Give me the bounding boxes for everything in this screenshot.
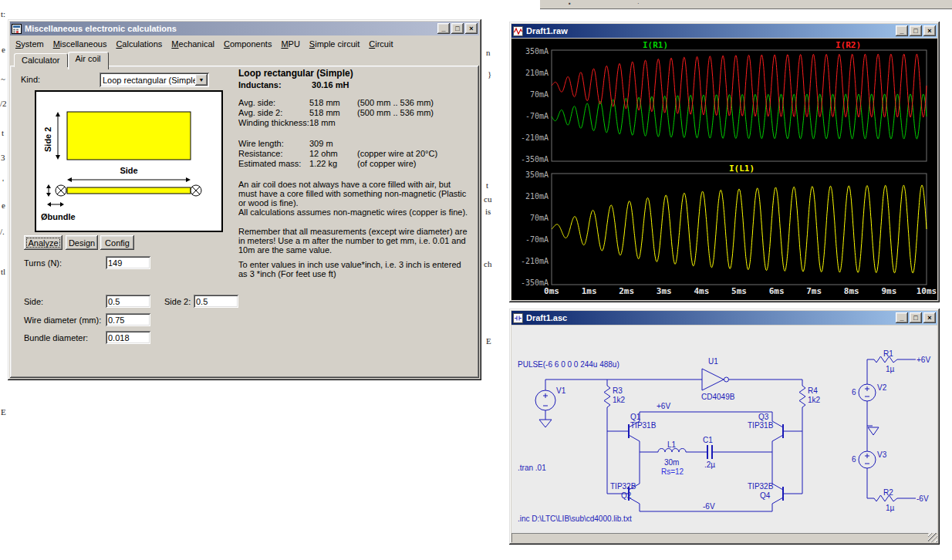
menu-item-calculations[interactable]: Calculations [111,39,167,49]
side2-label: Side 2: [164,297,191,306]
turns-input[interactable] [106,256,150,269]
waveform-trace[interactable] [552,185,927,273]
maximize-button[interactable]: □ [910,25,922,36]
side-input[interactable] [106,295,150,308]
config-button[interactable]: Config [100,235,134,250]
menu-bar: SystemMiscellaneousCalculationsMechanica… [11,37,478,50]
horizontal-scrollbar[interactable] [511,533,937,542]
result-value: 18 mm [309,118,357,128]
background-text-fragment: E [1,407,6,417]
schematic-canvas[interactable]: PULSE(-6 6 0 0 0 244u 488u)V1R31k2U1CD40… [511,326,937,533]
schematic-label: V1 [556,386,566,395]
waveform-plot-area[interactable]: 350mA210mA70mA-70mA-210mA-350mAI(R1)I(R2… [511,39,937,300]
side2-input[interactable] [194,295,238,308]
result-value: 12 ohm [309,149,357,159]
trace-label[interactable]: I(L1) [729,164,755,174]
waveform-titlebar[interactable]: Draft1.raw _ □ × [511,24,937,38]
menu-item-mechanical[interactable]: Mechanical [167,39,219,49]
waveform-window-icon [513,26,523,36]
background-text-fragment: is [485,207,491,216]
background-text-fragment: ' [2,177,4,187]
minimize-button[interactable]: _ [896,25,908,36]
schematic-titlebar[interactable]: Draft1.asc _ □ × [511,311,937,325]
result-value: 309 m [309,139,357,149]
bundle-diameter-input[interactable] [106,331,150,344]
result-label: Resistance: [238,149,309,159]
kind-dropdown[interactable]: Loop rectangular (Simple) ▼ [100,73,209,87]
schematic-label: U1 [708,357,718,366]
background-text-fragment: n [486,48,491,57]
menu-item-components[interactable]: Components [219,39,276,49]
x-tick-label: 6ms [769,286,785,296]
menu-item-system[interactable]: System [11,39,49,49]
maximize-button[interactable]: □ [451,23,464,34]
wire-diameter-input[interactable] [106,313,150,326]
close-button[interactable]: × [923,312,936,323]
y-tick-label: -210mA [521,133,549,142]
trace-label[interactable]: I(R1) [643,40,668,50]
calc-window: Miscellaneous electronic calculations _ … [8,19,481,380]
trace-label[interactable]: I(R2) [836,40,861,50]
plot-pane-border [552,174,927,285]
minimize-button[interactable]: _ [896,312,908,323]
result-label: Estimated mass: [238,159,309,169]
schematic-label: TIP32B [610,482,636,491]
y-tick-label: 70mA [530,214,549,222]
waveform-window-title: Draft1.raw [526,26,894,35]
schematic-label: 1µ [886,365,895,373]
close-button[interactable]: × [923,25,936,36]
background-text-fragment: ch [484,259,491,268]
result-note: (500 mm .. 536 mm) [357,108,471,118]
x-tick-label: 5ms [731,286,747,296]
chevron-down-icon[interactable]: ▼ [195,74,208,86]
menu-item-miscellaneous[interactable]: Miscellaneous [49,39,112,49]
result-note [357,118,471,128]
x-tick-label: 9ms [881,286,896,296]
resize-grip[interactable] [928,533,937,542]
result-value: 1.22 kg [309,159,357,169]
background-text-fragment: } [488,69,491,79]
background-text-fragment: t [486,180,488,190]
schematic-label: L1 [667,440,677,449]
schematic-label: R4 [808,386,818,395]
y-tick-label: 350mA [525,47,549,56]
bundle-diameter-label: Bundle diameter: [24,333,88,342]
calc-titlebar[interactable]: Miscellaneous electronic calculations _ … [10,22,479,35]
design-button[interactable]: Design [66,235,98,250]
minimize-button[interactable]: _ [437,23,450,34]
analyze-button[interactable]: Analyze [24,235,62,250]
tab-calculator[interactable]: Calculator [14,53,68,67]
close-button[interactable]: × [465,23,478,34]
schematic-label: .tran .01 [518,464,546,472]
schematic-label: 6 [852,455,856,464]
y-tick-label: -70mA [525,112,549,120]
background-window-edge: ▪· [540,0,952,9]
diagram-side-label: Side [120,166,137,175]
menu-item-simple-circuit[interactable]: Simple circuit [305,39,364,49]
schematic-label: Q3 [758,413,769,421]
background-text-fragment: tl [1,267,5,276]
background-text-fragment: /. [0,227,5,236]
result-row: Resistance:12 ohm(copper wire at 20°C) [238,149,471,159]
calc-window-icon [12,24,22,34]
y-tick-label: 350mA [525,170,549,179]
tab-air-coil[interactable]: Air coil [68,52,109,69]
maximize-button[interactable]: □ [910,312,922,323]
side-label: Side: [24,297,43,306]
schematic-label: Q4 [760,491,771,500]
schematic-label: TIP31B [630,421,657,430]
result-row: Avg. side 2:518 mm(500 mm .. 536 mm) [238,108,471,118]
waveform-trace[interactable] [552,54,927,117]
diagram-side2-label: Side 2 [43,127,52,152]
schematic-label: 1k2 [808,396,821,404]
schematic-label: R1 [883,349,893,358]
schematic-label: PULSE(-6 6 0 0 0 244u 488u) [518,360,619,369]
coil-diagram: Side 2 Side Øbundle [35,90,223,232]
waveform-trace[interactable] [552,94,927,139]
menu-item-circuit[interactable]: Circuit [364,39,397,49]
kind-dropdown-value: Loop rectangular (Simple) [100,76,195,85]
schematic-label: R3 [613,386,623,395]
air-coil-panel: Kind: Loop rectangular (Simple) ▼ Side 2… [10,66,479,378]
schematic-window: Draft1.asc _ □ × PULSE(-6 6 0 0 0 244u 4… [509,309,940,545]
menu-item-mpu[interactable]: MPU [276,39,304,49]
